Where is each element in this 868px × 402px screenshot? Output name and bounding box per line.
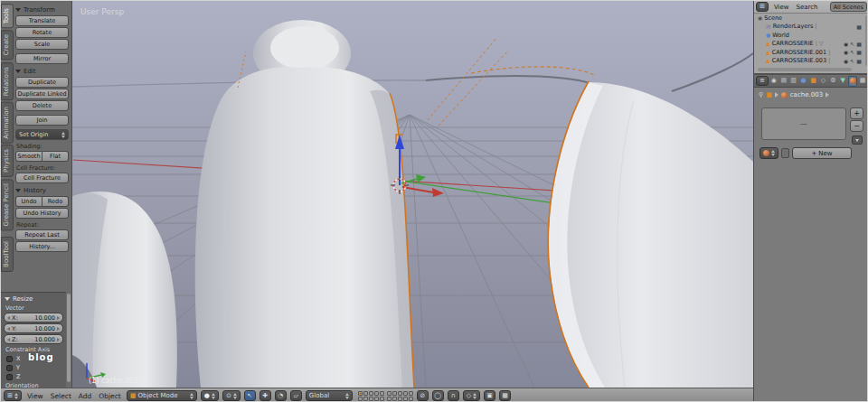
- join-button[interactable]: Join: [15, 115, 69, 126]
- layer-cell[interactable]: [380, 397, 384, 401]
- outliner-item-renderlayers[interactable]: ▤ RenderLayers | ▦: [754, 23, 868, 32]
- eye-icon[interactable]: ◉: [844, 41, 848, 47]
- vector-x-field[interactable]: X:10.000: [4, 313, 63, 323]
- redo-button[interactable]: Redo: [42, 196, 69, 207]
- manipulator-toggle[interactable]: ↖: [244, 390, 256, 401]
- transform-section-header[interactable]: Transform: [15, 6, 70, 14]
- tab-modifiers[interactable]: ⚙: [828, 76, 837, 87]
- tab-object[interactable]: ■: [809, 76, 818, 87]
- constraint-y-checkbox[interactable]: Y: [6, 364, 64, 371]
- outliner-hscrollbar[interactable]: [758, 68, 852, 71]
- tool-shelf-scrollbar[interactable]: [67, 294, 71, 382]
- new-material-button[interactable]: + New: [792, 147, 852, 159]
- layer-cell[interactable]: [387, 397, 392, 401]
- vector-z-field[interactable]: Z:10.000: [4, 334, 63, 344]
- flat-button[interactable]: Flat: [42, 151, 69, 162]
- snap-element-dropdown[interactable]: ◇: [463, 390, 480, 401]
- layer-cell[interactable]: [392, 397, 397, 401]
- manipulator-scale-toggle[interactable]: ▱: [290, 390, 302, 401]
- set-origin-dropdown[interactable]: Set Origin: [15, 129, 69, 140]
- outliner-item-carrosserie[interactable]: ▲ CARROSSERIE | ▽ ◉ ↖ ▦: [754, 40, 868, 49]
- editor-type-selector[interactable]: ⊞: [4, 390, 22, 401]
- cell-fracture-button[interactable]: Cell Fracture: [15, 173, 69, 183]
- outliner-editor-selector[interactable]: ⊞: [756, 2, 769, 12]
- menu-view[interactable]: View: [25, 392, 45, 400]
- outliner-menu-search[interactable]: Search: [795, 4, 820, 11]
- eye-icon[interactable]: ◉: [844, 58, 848, 64]
- tab-render-layers[interactable]: ▤: [779, 76, 788, 87]
- outliner-item-carrosserie-001[interactable]: ▲ CARROSSERIE.001 | ◉ ↖ ▦: [754, 48, 868, 57]
- slot-specials-dropdown[interactable]: [852, 136, 863, 145]
- scale-button[interactable]: Scale: [15, 39, 69, 50]
- manipulator-translate-toggle[interactable]: ✚: [259, 390, 271, 401]
- remove-slot-button[interactable]: −: [850, 120, 863, 132]
- layer-cell[interactable]: [374, 397, 379, 401]
- resize-panel-header[interactable]: Resize: [5, 295, 64, 303]
- render-restrict-icon[interactable]: ▦: [856, 41, 862, 47]
- tab-material[interactable]: [848, 76, 857, 87]
- render-restrict-icon[interactable]: ▦: [856, 49, 862, 55]
- outliner-item-scene[interactable]: ◉ Scene: [754, 14, 868, 23]
- layer-cell[interactable]: [387, 391, 392, 396]
- layer-cell[interactable]: [409, 391, 413, 396]
- eye-icon[interactable]: ◉: [844, 49, 848, 55]
- delete-button[interactable]: Delete: [15, 100, 69, 111]
- shading-dropdown[interactable]: ●: [201, 390, 219, 401]
- material-browse-dropdown[interactable]: [760, 147, 778, 159]
- outliner-menu-view[interactable]: View: [772, 4, 791, 11]
- add-slot-button[interactable]: +: [850, 108, 863, 119]
- layer-cell[interactable]: [403, 391, 408, 396]
- layer-cell[interactable]: [369, 391, 373, 396]
- tab-grease-pencil[interactable]: Grease Pencil: [1, 179, 14, 230]
- snap-toggle[interactable]: ∩: [448, 390, 459, 401]
- render-restrict-icon[interactable]: ▦: [856, 23, 862, 30]
- pin-icon[interactable]: ⚲: [759, 91, 763, 98]
- layer-cell[interactable]: [398, 397, 402, 401]
- tab-tools[interactable]: Tools: [1, 4, 14, 28]
- layer-cell[interactable]: [403, 397, 408, 401]
- orientation-dropdown[interactable]: Global: [306, 390, 353, 401]
- duplicate-linked-button[interactable]: Duplicate Linked: [15, 89, 69, 99]
- layer-cell[interactable]: [363, 397, 368, 401]
- mode-dropdown[interactable]: ■ Object Mode: [127, 390, 197, 401]
- tab-booltool[interactable]: BoolTool: [1, 237, 14, 272]
- rotate-button[interactable]: Rotate: [15, 27, 69, 38]
- layer-cell[interactable]: [369, 397, 373, 401]
- history-section-header[interactable]: History: [15, 187, 70, 194]
- tab-world[interactable]: ●: [799, 76, 808, 87]
- viewport-3d[interactable]: User Persp (1) cache.003: [1, 1, 753, 388]
- layer-cell[interactable]: [409, 397, 413, 401]
- pivot-dropdown[interactable]: ⊙: [222, 390, 241, 401]
- layer-cell[interactable]: [363, 391, 368, 396]
- mirror-button[interactable]: Mirror: [15, 53, 69, 64]
- menu-object[interactable]: Object: [97, 392, 122, 400]
- layer-cell[interactable]: [358, 397, 363, 401]
- render-anim-button[interactable]: ▦: [499, 390, 511, 401]
- layer-cell[interactable]: [398, 391, 402, 396]
- tab-animation[interactable]: Animation: [1, 102, 14, 144]
- render-restrict-icon[interactable]: ▦: [856, 58, 862, 64]
- edit-section-header[interactable]: Edit: [15, 68, 70, 75]
- tab-relations[interactable]: Relations: [1, 62, 14, 100]
- render-still-button[interactable]: ▣: [484, 390, 495, 401]
- tab-physics[interactable]: Physics: [1, 145, 14, 177]
- constraint-z-checkbox[interactable]: Z: [6, 373, 64, 380]
- tab-create[interactable]: Create: [1, 30, 14, 60]
- tab-constraints[interactable]: ◇: [818, 76, 827, 87]
- smooth-button[interactable]: Smooth: [15, 151, 42, 162]
- duplicate-button[interactable]: Duplicate: [15, 77, 69, 88]
- outliner-item-carrosserie-003[interactable]: ▲ CARROSSERIE.003 | ◉ ↖ ▦: [754, 57, 868, 66]
- outliner-scope-dropdown[interactable]: All Scenes: [830, 2, 867, 12]
- outliner-item-world[interactable]: ● World: [754, 31, 868, 40]
- undo-history-button[interactable]: Undo History: [15, 208, 69, 219]
- vector-y-field[interactable]: Y:10.000: [4, 323, 63, 333]
- properties-editor-selector[interactable]: ≡: [756, 76, 769, 86]
- layer-cell[interactable]: [380, 391, 384, 396]
- select-restrict-icon[interactable]: ↖: [850, 49, 854, 55]
- tab-render[interactable]: ◉: [769, 76, 778, 87]
- select-restrict-icon[interactable]: ↖: [850, 58, 854, 64]
- select-restrict-icon[interactable]: ↖: [850, 41, 854, 47]
- tab-scene[interactable]: ▥: [789, 76, 798, 87]
- layer-cell[interactable]: [392, 391, 397, 396]
- manipulator-rotate-toggle[interactable]: ◔: [275, 390, 287, 401]
